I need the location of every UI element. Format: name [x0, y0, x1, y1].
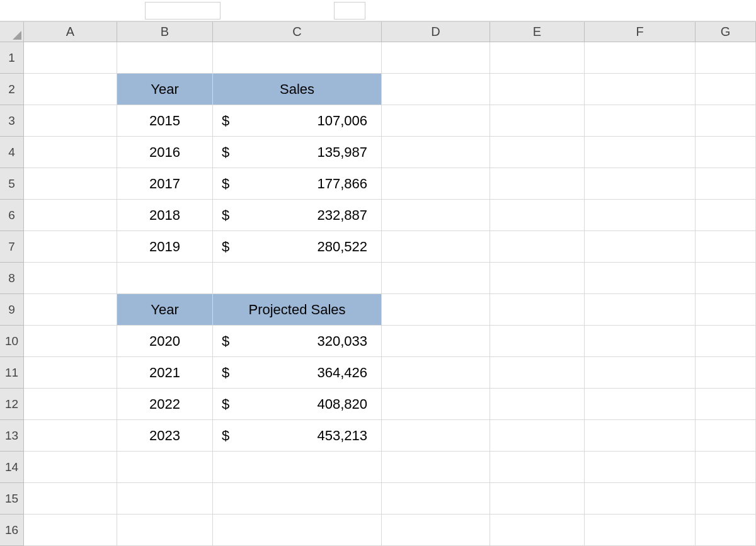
- cell-G8[interactable]: [696, 263, 756, 294]
- proj-year-2021[interactable]: 2021: [117, 357, 213, 389]
- cell-A8[interactable]: [24, 263, 117, 294]
- column-header-C[interactable]: C: [213, 22, 382, 42]
- column-header-E[interactable]: E: [490, 22, 585, 42]
- row-header-13[interactable]: 13: [0, 420, 24, 452]
- cell-C4[interactable]: $135,987: [213, 137, 382, 168]
- cell-C15[interactable]: [213, 483, 382, 515]
- cell-D11[interactable]: [382, 357, 490, 389]
- cell-A14[interactable]: [24, 452, 117, 483]
- cell-G1[interactable]: [696, 42, 756, 74]
- cell-D10[interactable]: [382, 326, 490, 357]
- cell-F12[interactable]: [585, 389, 696, 420]
- cell-D1[interactable]: [382, 42, 490, 74]
- row-header-15[interactable]: 15: [0, 483, 24, 515]
- cell-C5[interactable]: $177,866: [213, 168, 382, 200]
- year-2016[interactable]: 2016: [117, 137, 213, 168]
- row-header-11[interactable]: 11: [0, 357, 24, 389]
- row-header-10[interactable]: 10: [0, 326, 24, 357]
- cell-F16[interactable]: [585, 515, 696, 546]
- cell-A7[interactable]: [24, 231, 117, 263]
- cell-A6[interactable]: [24, 200, 117, 231]
- select-all-corner[interactable]: [0, 22, 24, 42]
- cell-E1[interactable]: [490, 42, 585, 74]
- cell-G12[interactable]: [696, 389, 756, 420]
- cell-G4[interactable]: [696, 137, 756, 168]
- cell-E14[interactable]: [490, 452, 585, 483]
- row-header-5[interactable]: 5: [0, 168, 24, 200]
- row-header-9[interactable]: 9: [0, 294, 24, 326]
- cell-B14[interactable]: [117, 452, 213, 483]
- header-year[interactable]: Year: [117, 74, 213, 105]
- cell-A1[interactable]: [24, 42, 117, 74]
- row-header-14[interactable]: 14: [0, 452, 24, 483]
- cell-F11[interactable]: [585, 357, 696, 389]
- cell-A5[interactable]: [24, 168, 117, 200]
- cell-G2[interactable]: [696, 74, 756, 105]
- cell-G11[interactable]: [696, 357, 756, 389]
- column-header-A[interactable]: A: [24, 22, 117, 42]
- cell-G15[interactable]: [696, 483, 756, 515]
- cell-E12[interactable]: [490, 389, 585, 420]
- cell-E8[interactable]: [490, 263, 585, 294]
- cell-E10[interactable]: [490, 326, 585, 357]
- cell-G5[interactable]: [696, 168, 756, 200]
- cell-D2[interactable]: [382, 74, 490, 105]
- cell-E3[interactable]: [490, 105, 585, 137]
- cell-A9[interactable]: [24, 294, 117, 326]
- cell-F3[interactable]: [585, 105, 696, 137]
- year-2019[interactable]: 2019: [117, 231, 213, 263]
- row-header-1[interactable]: 1: [0, 42, 24, 74]
- column-header-D[interactable]: D: [382, 22, 490, 42]
- cell-F1[interactable]: [585, 42, 696, 74]
- column-header-G[interactable]: G: [696, 22, 756, 42]
- cell-E16[interactable]: [490, 515, 585, 546]
- cell-A2[interactable]: [24, 74, 117, 105]
- cell-G6[interactable]: [696, 200, 756, 231]
- cell-B15[interactable]: [117, 483, 213, 515]
- header-projected-sales[interactable]: Projected Sales: [213, 294, 382, 326]
- cell-A3[interactable]: [24, 105, 117, 137]
- header-year-proj[interactable]: Year: [117, 294, 213, 326]
- cell-D6[interactable]: [382, 200, 490, 231]
- cell-D12[interactable]: [382, 389, 490, 420]
- cell-C6[interactable]: $232,887: [213, 200, 382, 231]
- cell-G10[interactable]: [696, 326, 756, 357]
- cell-F2[interactable]: [585, 74, 696, 105]
- cell-A13[interactable]: [24, 420, 117, 452]
- cell-F9[interactable]: [585, 294, 696, 326]
- cell-E15[interactable]: [490, 483, 585, 515]
- cell-D5[interactable]: [382, 168, 490, 200]
- cell-D14[interactable]: [382, 452, 490, 483]
- cell-G13[interactable]: [696, 420, 756, 452]
- proj-year-2020[interactable]: 2020: [117, 326, 213, 357]
- row-header-8[interactable]: 8: [0, 263, 24, 294]
- cell-E13[interactable]: [490, 420, 585, 452]
- row-header-3[interactable]: 3: [0, 105, 24, 137]
- row-header-7[interactable]: 7: [0, 231, 24, 263]
- cell-D16[interactable]: [382, 515, 490, 546]
- proj-year-2022[interactable]: 2022: [117, 389, 213, 420]
- cell-E5[interactable]: [490, 168, 585, 200]
- cell-G7[interactable]: [696, 231, 756, 263]
- cell-C16[interactable]: [213, 515, 382, 546]
- cell-E4[interactable]: [490, 137, 585, 168]
- row-header-12[interactable]: 12: [0, 389, 24, 420]
- cell-G14[interactable]: [696, 452, 756, 483]
- year-2017[interactable]: 2017: [117, 168, 213, 200]
- cell-D15[interactable]: [382, 483, 490, 515]
- cell-F8[interactable]: [585, 263, 696, 294]
- cell-A16[interactable]: [24, 515, 117, 546]
- cell-D4[interactable]: [382, 137, 490, 168]
- cell-A10[interactable]: [24, 326, 117, 357]
- cell-D7[interactable]: [382, 231, 490, 263]
- cell-F14[interactable]: [585, 452, 696, 483]
- cell-D13[interactable]: [382, 420, 490, 452]
- header-sales[interactable]: Sales: [213, 74, 382, 105]
- cell-C11[interactable]: $364,426: [213, 357, 382, 389]
- cell-D3[interactable]: [382, 105, 490, 137]
- name-box-placeholder[interactable]: [145, 2, 220, 20]
- cell-C8[interactable]: [213, 263, 382, 294]
- cell-E2[interactable]: [490, 74, 585, 105]
- cell-C7[interactable]: $280,522: [213, 231, 382, 263]
- cell-F6[interactable]: [585, 200, 696, 231]
